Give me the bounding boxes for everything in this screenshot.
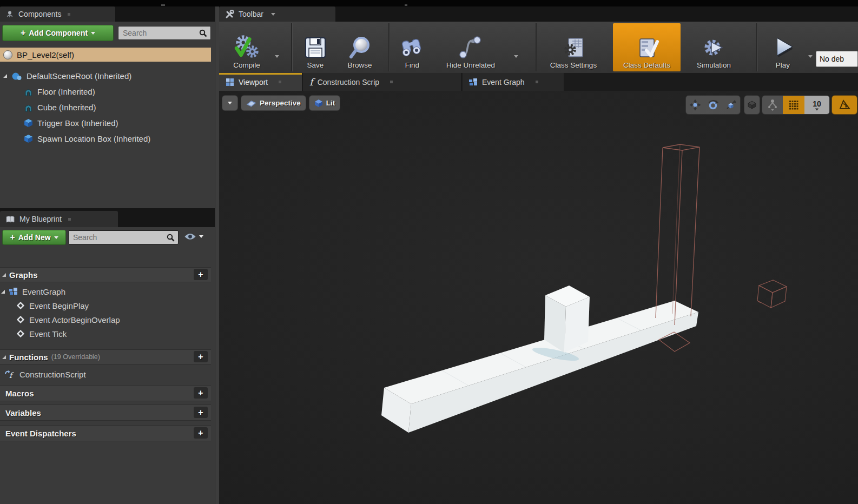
tab-construction-script[interactable]: f Construction Scrip — [303, 73, 461, 91]
tab-event-graph[interactable]: Event Graph — [463, 73, 564, 91]
compile-button[interactable]: Compile — [222, 23, 272, 71]
tab-option-icon[interactable] — [68, 218, 71, 221]
expander-icon[interactable] — [2, 355, 6, 359]
compile-options-chevron-icon[interactable] — [275, 55, 279, 58]
plus-icon: + — [21, 29, 25, 37]
visibility-filter-button[interactable] — [184, 233, 203, 241]
grid-snap-value-dropdown[interactable]: 10 — [804, 96, 829, 114]
floor-mesh[interactable] — [381, 301, 698, 433]
add-new-button[interactable]: + Add New — [2, 230, 66, 245]
coordinate-system-button[interactable] — [744, 95, 760, 115]
row-event-actorbeginoverlap[interactable]: Event ActorBeginOverlap — [0, 313, 211, 327]
add-variable-button[interactable]: + — [194, 407, 208, 418]
world-cube-icon — [747, 100, 757, 110]
menu-text-fragment — [405, 4, 407, 6]
add-component-button[interactable]: + Add Component — [2, 25, 114, 41]
viewport-options-button[interactable] — [222, 95, 238, 111]
viewport-3d-scene — [219, 91, 858, 504]
section-macros[interactable]: Macros + — [0, 385, 211, 401]
viewport-tab-label: Viewport — [239, 78, 268, 87]
section-variables[interactable]: Variables + — [0, 404, 211, 421]
my-blueprint-search-input[interactable] — [72, 233, 167, 242]
my-blueprint-tab-strip: My Blueprint — [0, 211, 215, 227]
tab-option-icon[interactable] — [68, 13, 70, 16]
class-settings-button[interactable]: Class Settings — [544, 23, 603, 71]
row-event-tick[interactable]: Event Tick — [0, 327, 211, 341]
tab-viewport[interactable]: Viewport — [219, 73, 302, 91]
tab-toolbar[interactable]: Toolbar — [219, 6, 335, 22]
view-mode-button[interactable]: Lit — [309, 95, 341, 111]
clipboard-check-icon — [635, 35, 659, 60]
scale-tool-button[interactable] — [722, 96, 740, 114]
row-eventgraph[interactable]: EventGraph — [0, 284, 211, 299]
event-node-icon — [16, 301, 25, 310]
play-options-chevron-icon[interactable] — [808, 55, 813, 58]
move-tool-button[interactable] — [686, 96, 704, 114]
surface-snap-icon — [767, 99, 778, 109]
find-label: Find — [405, 61, 419, 69]
cube-mesh[interactable] — [544, 286, 590, 353]
debug-object-dropdown[interactable]: No deb — [816, 51, 858, 67]
construction-script-icon: f — [4, 370, 15, 379]
add-dispatcher-button[interactable]: + — [194, 427, 208, 439]
rotation-snapping-button[interactable] — [831, 95, 857, 115]
toolbar-separator — [388, 23, 390, 71]
toolbar-tab-label: Toolbar — [239, 10, 263, 18]
3d-viewport[interactable]: Perspective Lit — [219, 91, 858, 504]
component-row-spawn-location-box[interactable]: Spawn Location Box (Inherited) — [0, 131, 211, 147]
hide-unrelated-label: Hide Unrelated — [446, 61, 495, 69]
component-row-floor[interactable]: Floor (Inherited) — [0, 84, 211, 100]
add-graph-button[interactable]: + — [194, 269, 208, 280]
surface-snapping-button[interactable] — [762, 96, 783, 114]
tab-my-blueprint[interactable]: My Blueprint — [0, 211, 118, 227]
section-event-dispatchers[interactable]: Event Dispatchers + — [0, 425, 211, 441]
section-graphs[interactable]: Graphs + — [0, 267, 211, 282]
grid-snapping-button[interactable] — [783, 96, 804, 114]
spawn-location-box-wireframe[interactable] — [757, 280, 787, 308]
simulation-button[interactable]: Simulation — [685, 23, 742, 71]
add-function-button[interactable]: + — [194, 351, 208, 362]
add-macro-button[interactable]: + — [194, 387, 208, 399]
tab-components[interactable]: Components — [0, 6, 115, 22]
play-button[interactable]: Play — [761, 23, 804, 71]
chevron-down-icon — [91, 32, 95, 35]
class-defaults-button[interactable]: Class Defaults — [613, 23, 681, 71]
tab-option-icon[interactable] — [279, 81, 281, 83]
chevron-down-icon[interactable] — [271, 13, 275, 16]
row-constructionscript[interactable]: f ConstructionScript — [0, 367, 211, 382]
section-label: Functions — [9, 353, 48, 362]
component-row-trigger-box[interactable]: Trigger Box (Inherited) — [0, 115, 211, 131]
tab-option-icon[interactable] — [536, 81, 538, 83]
component-row-defaultsceneroot[interactable]: DefaultSceneRoot (Inherited) — [0, 68, 211, 84]
sphere-icon — [3, 50, 12, 59]
section-functions[interactable]: Functions (19 Overridable) + — [0, 349, 211, 364]
expander-icon[interactable] — [2, 273, 6, 277]
scale-tool-icon — [725, 99, 737, 111]
my-blueprint-panel: + Add New Gr — [0, 227, 215, 504]
rotate-tool-button[interactable] — [704, 96, 722, 114]
projection-mode-button[interactable]: Perspective — [241, 95, 306, 111]
book-icon — [5, 215, 15, 223]
browse-button[interactable]: Browse — [338, 23, 381, 71]
component-row-cube[interactable]: Cube (Inherited) — [0, 100, 211, 115]
expander-icon[interactable] — [1, 290, 5, 294]
transform-tools-group — [685, 95, 741, 115]
toolbar-tab-strip: Toolbar — [219, 6, 858, 22]
component-label: Cube (Inherited) — [37, 103, 96, 112]
component-row-self[interactable]: BP_Level2(self) — [0, 48, 211, 62]
hide-unrelated-button[interactable]: Hide Unrelated — [433, 23, 509, 71]
tab-option-icon[interactable] — [390, 81, 393, 83]
spline-nodes-icon — [458, 35, 483, 60]
hide-unrelated-options-chevron-icon[interactable] — [514, 55, 518, 58]
components-search-input[interactable] — [122, 28, 199, 38]
section-label: Event Dispatchers — [5, 429, 76, 438]
find-button[interactable]: Find — [393, 23, 431, 71]
eventgraph-label: EventGraph — [22, 287, 65, 296]
save-button[interactable]: Save — [296, 23, 335, 71]
expander-icon[interactable] — [3, 74, 7, 78]
magnifier-sphere-icon — [347, 35, 372, 60]
menu-text-fragment — [161, 4, 165, 6]
event-label: Event BeginPlay — [29, 301, 89, 310]
row-event-beginplay[interactable]: Event BeginPlay — [0, 299, 211, 313]
gear-play-icon — [702, 35, 727, 60]
